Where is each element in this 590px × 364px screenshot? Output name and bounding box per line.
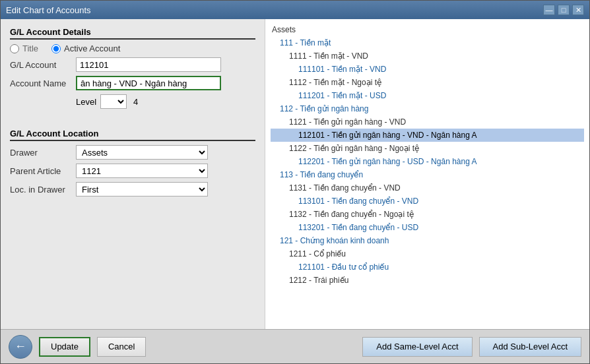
maximize-button[interactable]: □ — [558, 5, 570, 15]
title-bar: Edit Chart of Accounts — □ ✕ — [1, 1, 589, 19]
gl-account-row: G/L Account — [10, 57, 255, 72]
cancel-button[interactable]: Cancel — [97, 337, 146, 357]
tree-item[interactable]: 112201 - Tiền gửi ngân hàng - USD - Ngân… — [271, 155, 584, 168]
update-button[interactable]: Update — [39, 337, 90, 357]
parent-row: Parent Article 1121 — [10, 164, 255, 178]
radio-active-label: Active Account — [64, 44, 120, 53]
account-name-label: Account Name — [10, 78, 76, 88]
window-controls: — □ ✕ — [543, 5, 584, 15]
radio-title[interactable]: Title — [10, 44, 38, 53]
level-value: 4 — [133, 97, 138, 107]
gl-account-location-section: G/L Account Location Drawer Assets Paren… — [10, 129, 255, 200]
content-area: G/L Account Details Title Active Account… — [1, 19, 589, 329]
gl-account-input[interactable] — [76, 57, 221, 72]
section1-title: G/L Account Details — [10, 27, 255, 40]
tree-item[interactable]: 113 - Tiền đang chuyển — [271, 168, 584, 181]
tree-item[interactable]: 112 - Tiền gửi ngân hàng — [271, 102, 584, 115]
tree-item[interactable]: 111201 - Tiền mặt - USD — [271, 89, 584, 102]
tree-item[interactable]: 1121 - Tiền gửi ngân hàng - VND — [271, 115, 584, 129]
radio-title-label: Title — [22, 44, 38, 53]
section2-title: G/L Account Location — [10, 129, 255, 141]
tree-item[interactable]: 1212 - Trái phiếu — [271, 274, 584, 287]
radio-active-input[interactable] — [51, 44, 61, 53]
loc-label: Loc. in Drawer — [10, 185, 76, 195]
bottom-bar: ← Update Cancel Add Same-Level Acct Add … — [1, 329, 589, 363]
tree-item[interactable]: 1111 - Tiền mặt - VND — [271, 49, 584, 63]
tree-item[interactable]: 113201 - Tiền đang chuyển - USD — [271, 221, 584, 234]
window-title: Edit Chart of Accounts — [6, 5, 91, 15]
tree-item[interactable]: 113101 - Tiền đang chuyển - VND — [271, 195, 584, 208]
tree-item[interactable]: 1211 - Cổ phiếu — [271, 247, 584, 260]
tree-item[interactable]: 121 - Chứng khoán kinh doanh — [271, 234, 584, 247]
gl-account-details-section: G/L Account Details Title Active Account… — [10, 27, 255, 117]
left-panel: G/L Account Details Title Active Account… — [1, 19, 265, 329]
tree-item[interactable]: 111101 - Tiền mặt - VND — [271, 63, 584, 76]
parent-label: Parent Article — [10, 166, 76, 176]
accounts-tree: Assets111 - Tiền mặt1111 - Tiền mặt - VN… — [265, 19, 589, 329]
minimize-button[interactable]: — — [543, 5, 555, 15]
account-name-row: Account Name — [10, 76, 255, 90]
account-name-input[interactable] — [76, 76, 221, 90]
radio-group: Title Active Account — [10, 44, 255, 53]
gl-account-label: G/L Account — [10, 60, 76, 70]
tree-item[interactable]: 111 - Tiền mặt — [271, 36, 584, 49]
tree-item[interactable]: Assets — [271, 23, 584, 36]
drawer-label: Drawer — [10, 148, 76, 158]
loc-row: Loc. in Drawer First — [10, 182, 255, 197]
close-button[interactable]: ✕ — [572, 5, 584, 15]
add-sub-level-button[interactable]: Add Sub-Level Acct — [479, 337, 581, 357]
parent-select[interactable]: 1121 — [76, 164, 208, 178]
radio-active[interactable]: Active Account — [51, 44, 120, 53]
level-label: Level — [76, 97, 96, 107]
tree-item[interactable]: 1132 - Tiền đang chuyển - Ngoại tệ — [271, 208, 584, 221]
drawer-select[interactable]: Assets — [76, 145, 208, 160]
add-same-level-button[interactable]: Add Same-Level Acct — [362, 337, 472, 357]
radio-title-input[interactable] — [10, 44, 19, 53]
tree-item[interactable]: 1131 - Tiền đang chuyển - VND — [271, 181, 584, 195]
level-select[interactable] — [100, 94, 127, 109]
tree-item[interactable]: 112101 - Tiền gửi ngân hàng - VND - Ngân… — [271, 129, 584, 142]
main-window: Edit Chart of Accounts — □ ✕ G/L Account… — [0, 0, 590, 364]
drawer-row: Drawer Assets — [10, 145, 255, 160]
tree-item[interactable]: 1112 - Tiền mặt - Ngoại tệ — [271, 76, 584, 89]
tree-container: Assets111 - Tiền mặt1111 - Tiền mặt - VN… — [271, 23, 584, 287]
loc-select[interactable]: First — [76, 182, 208, 197]
back-button[interactable]: ← — [9, 335, 32, 359]
tree-item[interactable]: 1122 - Tiền gửi ngân hàng - Ngoại tệ — [271, 142, 584, 155]
level-row: Level 4 — [76, 94, 255, 109]
tree-item[interactable]: 121101 - Đầu tư cổ phiếu — [271, 260, 584, 274]
